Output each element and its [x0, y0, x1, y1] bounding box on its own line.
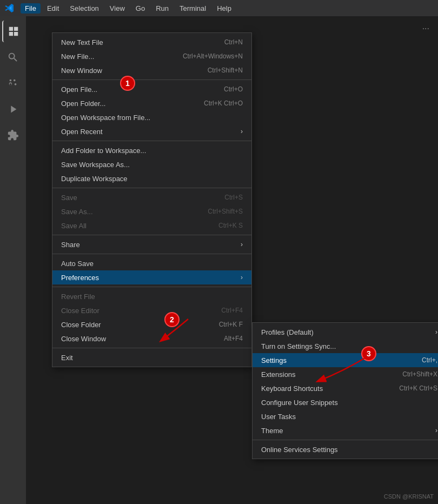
activity-explorer-icon[interactable]: [2, 21, 24, 42]
annotation-1: 1: [120, 76, 135, 91]
menu-separator-6: [52, 287, 251, 287]
menu-separator-1: [52, 79, 251, 80]
menu-item-open-folder[interactable]: Open Folder... Ctrl+K Ctrl+O: [52, 96, 251, 110]
menu-item-exit[interactable]: Exit: [52, 350, 251, 364]
menu-item-save[interactable]: Save Ctrl+S: [52, 190, 251, 204]
activity-run-icon[interactable]: [2, 98, 24, 120]
title-bar: File Edit Selection View Go Run Terminal…: [0, 0, 438, 16]
menu-item-save-all[interactable]: Save All Ctrl+K S: [52, 218, 251, 233]
menu-view[interactable]: View: [105, 3, 129, 14]
menu-item-auto-save[interactable]: Auto Save: [52, 256, 251, 270]
menu-item-open-workspace[interactable]: Open Workspace from File...: [52, 110, 251, 124]
arrow-2: [129, 311, 204, 349]
submenu-item-user-tasks[interactable]: User Tasks: [253, 409, 438, 423]
menu-item-open-file[interactable]: Open File... Ctrl+O: [52, 82, 251, 96]
activity-search-icon[interactable]: [2, 47, 24, 68]
menu-edit[interactable]: Edit: [43, 3, 63, 14]
editor-area: ... New Text File Ctrl+N New File... Ctr…: [26, 16, 438, 504]
menu-item-new-window[interactable]: New Window Ctrl+Shift+N: [52, 63, 251, 77]
menu-item-open-recent[interactable]: Open Recent ›: [52, 124, 251, 138]
arrow-3: [302, 352, 383, 395]
menu-item-new-text-file[interactable]: New Text File Ctrl+N: [52, 35, 251, 49]
menu-go[interactable]: Go: [131, 3, 149, 14]
menu-item-preferences[interactable]: Preferences ›: [52, 270, 251, 284]
submenu-item-theme[interactable]: Theme ›: [253, 423, 438, 437]
submenu-separator-1: [253, 440, 438, 440]
submenu-item-profiles[interactable]: Profiles (Default) ›: [253, 325, 438, 339]
editor-dots: ...: [422, 22, 429, 31]
activity-source-control-icon[interactable]: [2, 72, 24, 94]
menu-separator-5: [52, 254, 251, 254]
menu-item-save-as[interactable]: Save As... Ctrl+Shift+S: [52, 204, 251, 218]
menu-terminal[interactable]: Terminal: [175, 3, 210, 14]
menu-help[interactable]: Help: [213, 3, 236, 14]
activity-bar: [0, 16, 26, 504]
menu-separator-3: [52, 188, 251, 188]
main-layout: ... New Text File Ctrl+N New File... Ctr…: [0, 16, 438, 504]
menu-item-add-folder[interactable]: Add Folder to Workspace...: [52, 143, 251, 157]
menu-separator-2: [52, 141, 251, 141]
menu-separator-4: [52, 235, 251, 235]
submenu-item-online-services[interactable]: Online Services Settings: [253, 442, 438, 456]
menu-item-share[interactable]: Share ›: [52, 237, 251, 251]
menu-item-revert-file[interactable]: Revert File: [52, 289, 251, 303]
menu-run[interactable]: Run: [151, 3, 173, 14]
menu-selection[interactable]: Selection: [65, 3, 103, 14]
title-bar-menu: File Edit Selection View Go Run Terminal…: [21, 3, 236, 14]
menu-item-save-workspace[interactable]: Save Workspace As...: [52, 157, 251, 171]
activity-extensions-icon[interactable]: [2, 124, 24, 146]
menu-item-duplicate-workspace[interactable]: Duplicate Workspace: [52, 171, 251, 185]
menu-file[interactable]: File: [21, 3, 41, 14]
menu-item-new-file[interactable]: New File... Ctrl+Alt+Windows+N: [52, 49, 251, 63]
vscode-logo: [4, 3, 14, 13]
submenu-item-user-snippets[interactable]: Configure User Snippets: [253, 395, 438, 409]
watermark: CSDN @KRISNAT: [384, 493, 434, 500]
